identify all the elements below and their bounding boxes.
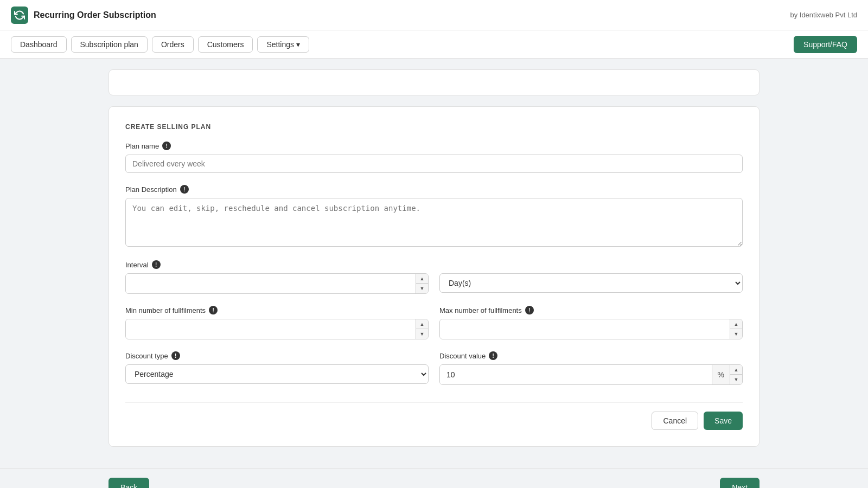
interval-decrement[interactable]: ▼ <box>416 284 428 293</box>
interval-row: ▲ ▼ Day(s) Week(s) Month(s) Year(s) <box>125 273 743 294</box>
app-icon <box>11 7 28 24</box>
max-fullfilments-decrement[interactable]: ▼ <box>730 329 742 339</box>
tab-subscription-plan[interactable]: Subscription plan <box>71 36 148 53</box>
selling-plan-card: CREATE SELLING PLAN Plan name ! Plan Des… <box>108 106 760 447</box>
discount-value-increment[interactable]: ▲ <box>730 365 742 375</box>
max-fullfilments-group: Max number of fullfilments ! ▲ ▼ <box>439 306 743 339</box>
discount-value-label: Discount value ! <box>439 351 743 360</box>
interval-unit-select[interactable]: Day(s) Week(s) Month(s) Year(s) <box>439 273 743 293</box>
discount-value-input[interactable] <box>440 365 712 384</box>
interval-group: Interval ! ▲ ▼ Day(s) Week( <box>125 260 743 294</box>
plan-name-input[interactable] <box>125 155 743 173</box>
interval-spinner: ▲ ▼ <box>125 273 429 294</box>
discount-value-group: Discount value ! % ▲ ▼ <box>439 351 743 385</box>
cancel-button[interactable]: Cancel <box>652 412 698 430</box>
support-faq-button[interactable]: Support/FAQ <box>794 36 857 53</box>
discount-type-label: Discount type ! <box>125 351 429 360</box>
interval-unit-group: Day(s) Week(s) Month(s) Year(s) <box>439 273 743 294</box>
main-content: CREATE SELLING PLAN Plan name ! Plan Des… <box>0 59 868 468</box>
max-fullfilments-label: Max number of fullfilments ! <box>439 306 743 314</box>
partial-card <box>108 69 760 95</box>
app-title: Recurring Order Subscription <box>34 10 156 20</box>
nav-bar: Dashboard Subscription plan Orders Custo… <box>0 30 868 59</box>
max-fullfilments-input[interactable] <box>440 319 730 339</box>
max-fullfilments-increment[interactable]: ▲ <box>730 319 742 329</box>
app-branding: Recurring Order Subscription <box>11 7 156 24</box>
section-title: CREATE SELLING PLAN <box>125 123 743 131</box>
discount-type-select[interactable]: Percentage Fixed amount None <box>125 364 429 384</box>
back-button[interactable]: Back <box>108 478 149 488</box>
plan-description-info-icon: ! <box>180 185 189 194</box>
interval-info-icon: ! <box>152 260 161 269</box>
interval-spinner-buttons: ▲ ▼ <box>416 274 428 293</box>
plan-description-label: Plan Description ! <box>125 185 743 194</box>
min-fullfilments-increment[interactable]: ▲ <box>416 319 428 329</box>
interval-increment[interactable]: ▲ <box>416 274 428 284</box>
discount-value-decrement[interactable]: ▼ <box>730 375 742 384</box>
min-fullfilments-spinner: ▲ ▼ <box>125 319 429 339</box>
plan-description-textarea[interactable] <box>125 198 743 247</box>
min-fullfilments-decrement[interactable]: ▼ <box>416 329 428 339</box>
interval-label: Interval ! <box>125 260 743 269</box>
discount-row: Discount type ! Percentage Fixed amount … <box>125 351 743 397</box>
min-fullfilments-buttons: ▲ ▼ <box>416 319 428 339</box>
plan-description-group: Plan Description ! <box>125 185 743 248</box>
fullfilments-row: Min number of fullfilments ! ▲ ▼ Max num… <box>125 306 743 351</box>
tab-customers[interactable]: Customers <box>198 36 253 53</box>
tab-dashboard[interactable]: Dashboard <box>11 36 67 53</box>
max-fullfilments-info-icon: ! <box>525 306 534 314</box>
nav-tabs: Dashboard Subscription plan Orders Custo… <box>11 36 309 53</box>
min-fullfilments-info-icon: ! <box>209 306 218 314</box>
discount-type-group: Discount type ! Percentage Fixed amount … <box>125 351 429 385</box>
top-bar: Recurring Order Subscription by Identixw… <box>0 0 868 30</box>
discount-value-spinner-buttons: ▲ ▼ <box>730 365 742 384</box>
max-fullfilments-spinner: ▲ ▼ <box>439 319 743 339</box>
min-fullfilments-group: Min number of fullfilments ! ▲ ▼ <box>125 306 429 339</box>
tab-orders[interactable]: Orders <box>152 36 194 53</box>
max-fullfilments-buttons: ▲ ▼ <box>730 319 742 339</box>
card-footer: Cancel Save <box>125 402 743 430</box>
bottom-nav: Back Next <box>0 468 868 488</box>
discount-value-info-icon: ! <box>489 351 497 360</box>
discount-value-suffix: % <box>712 365 730 384</box>
interval-number-group: ▲ ▼ <box>125 273 429 294</box>
plan-name-info-icon: ! <box>162 142 171 150</box>
byline: by Identixweb Pvt Ltd <box>790 11 857 19</box>
plan-name-group: Plan name ! <box>125 142 743 173</box>
discount-type-info-icon: ! <box>171 351 180 360</box>
tab-settings[interactable]: Settings ▾ <box>257 36 309 53</box>
next-button[interactable]: Next <box>720 478 760 488</box>
discount-value-wrapper: % ▲ ▼ <box>439 364 743 385</box>
min-fullfilments-label: Min number of fullfilments ! <box>125 306 429 314</box>
interval-number-input[interactable] <box>126 274 416 293</box>
plan-name-label: Plan name ! <box>125 142 743 150</box>
chevron-down-icon: ▾ <box>296 40 300 49</box>
save-button[interactable]: Save <box>704 412 743 430</box>
min-fullfilments-input[interactable] <box>126 319 416 339</box>
